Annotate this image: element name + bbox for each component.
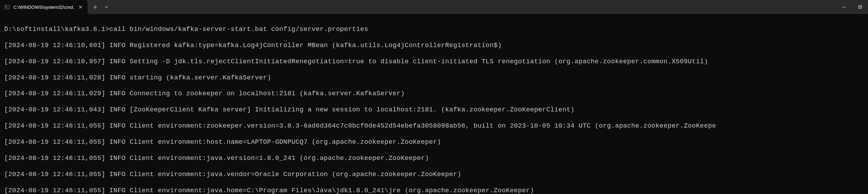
svg-rect-7 [859,6,861,8]
terminal-log-line: [2024-08-19 12:46:11,055] INFO Client en… [4,187,864,194]
terminal-log-line: [2024-08-19 12:46:11,055] INFO Client en… [4,155,864,163]
terminal-log-line: [2024-08-19 12:46:11,055] INFO Client en… [4,122,864,130]
svg-text:>_: >_ [5,5,9,8]
tab-close-button[interactable] [78,4,83,10]
terminal-output[interactable]: D:\softinstall\kafka3.6.1>call bin/windo… [0,14,868,194]
minimize-button[interactable] [836,5,852,9]
terminal-log-line: [2024-08-19 12:46:11,043] INFO [ZooKeepe… [4,106,864,114]
terminal-log-line: [2024-08-19 12:46:11,055] INFO Client en… [4,138,864,147]
tab-strip [88,0,868,14]
cmd-icon: >_ [4,4,10,10]
title-bar: >_ C:\WINDOWS\system32\cmd. [0,0,868,14]
terminal-log-line: [2024-08-19 12:46:10,601] INFO Registere… [4,42,864,50]
terminal-log-line: [2024-08-19 12:46:11,029] INFO Connectin… [4,90,864,98]
terminal-log-line: [2024-08-19 12:46:11,055] INFO Client en… [4,171,864,179]
tab-title: C:\WINDOWS\system32\cmd. [13,5,74,10]
terminal-log-line: [2024-08-19 12:46:11,028] INFO starting … [4,74,864,82]
window-controls [836,5,868,9]
new-tab-button[interactable] [90,1,101,13]
terminal-prompt-line: D:\softinstall\kafka3.6.1>call bin/windo… [4,26,864,34]
terminal-tab[interactable]: >_ C:\WINDOWS\system32\cmd. [0,0,88,14]
svg-rect-8 [859,5,862,8]
maximize-button[interactable] [852,5,868,9]
terminal-log-line: [2024-08-19 12:46:10,957] INFO Setting -… [4,58,864,66]
tab-dropdown-button[interactable] [101,1,112,13]
